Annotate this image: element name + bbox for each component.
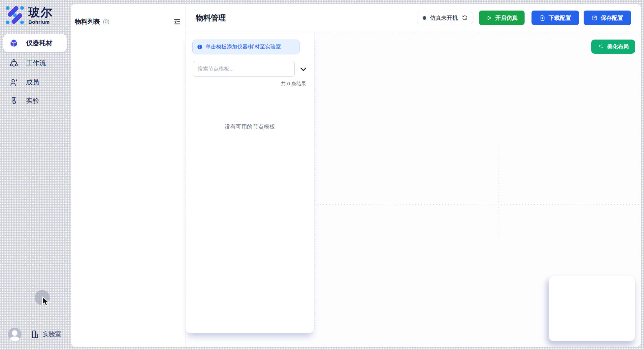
canvas-area[interactable]: 单击模板添加仪器/耗材至实验室 共 0 条结果 没有可用的节点模板 xyxy=(185,32,641,347)
play-icon xyxy=(486,15,492,21)
collapse-panel-button[interactable] xyxy=(173,18,181,26)
sidebar-item-label: 成员 xyxy=(26,78,39,87)
bohrium-logo-icon xyxy=(6,6,24,25)
save-config-button[interactable]: 保存配置 xyxy=(584,11,631,25)
page-title: 物料管理 xyxy=(196,13,226,23)
canvas-guide-vertical xyxy=(499,142,499,237)
save-icon xyxy=(592,15,598,21)
sidebar-item-label: 工作流 xyxy=(26,59,46,68)
info-icon xyxy=(197,44,203,50)
download-config-button[interactable]: 下载配置 xyxy=(531,11,579,25)
click-indicator xyxy=(35,290,50,305)
minimap[interactable] xyxy=(549,276,635,341)
simulation-status-pill[interactable]: 仿真未开机 xyxy=(417,12,473,24)
cube-icon xyxy=(10,39,18,47)
materials-list-panel: 物料列表 (0) xyxy=(71,4,185,347)
empty-state-text: 没有可用的节点模板 xyxy=(185,123,314,131)
status-text: 仿真未开机 xyxy=(430,14,458,22)
lab-label: 实验室 xyxy=(43,330,61,338)
app-screen: 玻尔 Bohrium 仪器耗材 工作流 xyxy=(0,0,644,350)
sidebar-item-workflow[interactable]: 工作流 xyxy=(3,54,67,72)
materials-list-count: (0) xyxy=(103,19,110,25)
page-header: 物料管理 仿真未开机 开启仿真 xyxy=(185,4,641,32)
file-download-icon xyxy=(539,15,546,21)
building-icon xyxy=(31,330,39,338)
brand-name-cn: 玻尔 xyxy=(28,6,53,19)
sidebar-item-instruments[interactable]: 仪器耗材 xyxy=(3,34,67,52)
result-count: 共 0 条结果 xyxy=(281,81,306,87)
expand-templates-button[interactable] xyxy=(299,65,307,73)
template-tip-text: 单击模板添加仪器/耗材至实验室 xyxy=(206,44,281,50)
main-region: 物料管理 仿真未开机 开启仿真 xyxy=(185,4,641,347)
chevron-down-icon xyxy=(300,67,307,72)
sidebar-item-lab[interactable]: 实验室 xyxy=(31,330,61,338)
sidebar-item-experiments[interactable]: 实验 xyxy=(3,92,67,110)
search-input[interactable] xyxy=(193,61,295,77)
start-simulation-button[interactable]: 开启仿真 xyxy=(479,11,525,25)
sidebar-footer: 实验室 xyxy=(0,326,71,343)
workflow-icon xyxy=(10,59,18,68)
template-panel: 单击模板添加仪器/耗材至实验室 共 0 条结果 没有可用的节点模板 xyxy=(185,32,314,333)
members-icon xyxy=(10,78,18,87)
experiment-icon xyxy=(10,97,18,105)
workspace-container: 物料列表 (0) 物料管理 仿真未开机 xyxy=(71,4,641,347)
template-tip-banner: 单击模板添加仪器/耗材至实验室 xyxy=(192,40,300,54)
brand-logo: 玻尔 Bohrium xyxy=(6,6,53,25)
sidebar-item-label: 仪器耗材 xyxy=(26,39,52,47)
user-avatar[interactable] xyxy=(8,328,21,341)
sidebar-item-label: 实验 xyxy=(26,96,39,105)
canvas-guide-horizontal xyxy=(314,204,641,205)
sparkles-icon xyxy=(597,44,604,50)
sidebar-item-members[interactable]: 成员 xyxy=(3,73,67,91)
materials-list-title: 物料列表 xyxy=(75,17,100,26)
indent-collapse-icon xyxy=(174,18,181,25)
brand-name-en: Bohrium xyxy=(28,19,53,25)
beautify-layout-button[interactable]: 美化布局 xyxy=(591,40,635,54)
refresh-icon[interactable] xyxy=(462,15,468,21)
status-dot xyxy=(423,16,426,20)
